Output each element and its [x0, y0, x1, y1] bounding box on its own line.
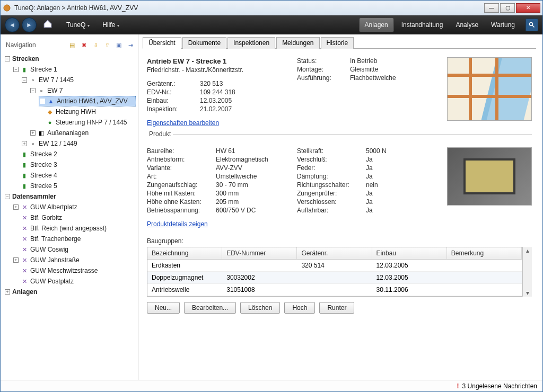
assemblies-table: Bezeichnung EDV-Nummer Gerätenr. Einbau … — [147, 247, 522, 297]
kv-row: Auffahrbar:Ja — [297, 207, 436, 214]
tab-uebersicht[interactable]: Übersicht — [143, 37, 181, 49]
search-button[interactable] — [526, 19, 538, 31]
kv-row: Gerätenr.:320 513 — [147, 80, 288, 87]
tab-meldungen[interactable]: Meldungen — [276, 37, 319, 49]
unread-messages[interactable]: 3 Ungelesene Nachrichten — [462, 382, 537, 390]
runter-button[interactable]: Runter — [319, 302, 354, 314]
app-icon — [3, 4, 11, 12]
tree-item[interactable]: ▮Strecke 2 — [5, 149, 136, 159]
tree-item[interactable]: ◆Heizung HWH — [5, 106, 136, 117]
kv-row: EDV-Nr.:109 244 318 — [147, 88, 288, 96]
kv-row: Richtungsschalter:nein — [297, 181, 436, 189]
tool-delete-icon[interactable]: ✖ — [80, 41, 88, 49]
tree-item[interactable]: ✕GUW Postplatz — [5, 276, 136, 287]
tree-item[interactable]: ▮Strecke 3 — [5, 159, 136, 170]
tree-item[interactable]: ▮Strecke 5 — [5, 181, 136, 191]
nav-analyse[interactable]: Analyse — [450, 18, 484, 32]
kv-row: Baureihe:HW 61 — [147, 147, 286, 155]
nav-anlagen[interactable]: Anlagen — [359, 17, 394, 32]
tab-dokumente[interactable]: Dokumente — [182, 37, 226, 49]
tree-item[interactable]: +▫EW 12 / 1449 — [5, 138, 136, 149]
menu-hilfe[interactable]: Hilfe▾ — [97, 19, 125, 31]
kv-row: Höhe ohne Kasten:205 mm — [147, 198, 286, 206]
home-button[interactable] — [43, 19, 55, 31]
col-einbau[interactable]: Einbau — [372, 247, 447, 259]
product-details-link[interactable]: Produktdetails zeigen — [147, 220, 208, 228]
svg-line-2 — [532, 25, 535, 28]
tree-item-selected[interactable]: ▲Antrieb HW61, AVV_ZVV — [39, 96, 136, 106]
neu-button[interactable]: Neu... — [147, 302, 180, 314]
nav-instandhaltung[interactable]: Instandhaltung — [396, 18, 449, 32]
page-subtitle: Friedrichstr. - Maxstr./Könneritzstr. — [147, 66, 288, 74]
kv-row: Antriebsform:Elektromagnetisch — [147, 156, 286, 163]
kv-row: Betriebsspannung:600/750 V DC — [147, 207, 286, 214]
forward-button[interactable]: ► — [22, 17, 37, 32]
minimize-button[interactable]: — — [484, 3, 499, 13]
table-row[interactable]: Erdkasten320 51412.03.2005 — [147, 260, 522, 272]
nav-wartung[interactable]: Wartung — [486, 18, 520, 32]
alert-icon: ! — [457, 382, 459, 390]
page-title: Antrieb EW 7 - Strecke 1 — [147, 57, 288, 65]
table-row[interactable]: Antriebswelle3105100830.11.2006 — [147, 284, 522, 296]
tool-new-icon[interactable]: ▤ — [68, 41, 76, 49]
tab-inspektionen[interactable]: Inspektionen — [227, 37, 275, 49]
kv-row: Höhe mit Kasten:300 mm — [147, 190, 286, 197]
kv-row: Status:In Betrieb — [297, 57, 439, 65]
bearbeiten-button[interactable]: Bearbeiten... — [184, 302, 236, 314]
kv-row: Variante:AVV-ZVV — [147, 164, 286, 172]
tree-item[interactable]: ✕GUW Meschwitzstrasse — [5, 265, 136, 276]
tree-item[interactable]: −▮Strecke 1 — [5, 64, 136, 75]
map-image — [447, 57, 532, 121]
kv-row: Art:Umstellweiche — [147, 173, 286, 180]
tool-export-icon[interactable]: ⇥ — [126, 41, 135, 49]
tree-item[interactable]: +◧Außenanlagen — [5, 128, 136, 138]
tree-item[interactable]: −▫EW 7 / 1445 — [5, 75, 136, 85]
window-title: TuneQ: Anlagen > Antrieb HW61, AVV_ZVV — [14, 4, 484, 12]
main-panel: Übersicht Dokumente Inspektionen Meldung… — [138, 34, 542, 380]
menu-tuneq[interactable]: TuneQ▾ — [61, 19, 95, 31]
tree-group-datensammler[interactable]: −Datensammler — [5, 191, 136, 202]
product-photo — [447, 147, 532, 206]
loeschen-button[interactable]: Löschen — [240, 302, 280, 314]
tree-item[interactable]: +✕GUW Jahnstraße — [5, 255, 136, 265]
kv-row: Zungenprüfer:Ja — [297, 190, 436, 197]
nav-tree: −Strecken −▮Strecke 1 −▫EW 7 / 1445 −▫EW… — [5, 54, 136, 297]
chevron-down-icon: ▾ — [117, 23, 119, 28]
toolbar: ◄ ► TuneQ▾ Hilfe▾ Anlagen Instandhaltung… — [1, 15, 542, 34]
kv-row: Stellkraft:5000 N — [297, 147, 436, 155]
col-bezeichnung[interactable]: Bezeichnung — [147, 247, 222, 259]
tabs: Übersicht Dokumente Inspektionen Meldung… — [143, 37, 536, 49]
tree-item[interactable]: ✕GUW Coswig — [5, 244, 136, 255]
tree-item[interactable]: ✕Btf. Gorbitz — [5, 212, 136, 223]
kv-row: Inspektion:21.02.2007 — [147, 105, 288, 113]
kv-row: Zungenaufschlag:30 - 70 mm — [147, 181, 286, 189]
back-button[interactable]: ◄ — [5, 17, 20, 32]
tree-item[interactable]: ▮Strecke 4 — [5, 170, 136, 181]
maximize-button[interactable]: ▢ — [500, 3, 515, 13]
tree-item[interactable]: +✕GUW Albertplatz — [5, 202, 136, 212]
chevron-down-icon: ▾ — [87, 23, 90, 28]
tree-group-strecken[interactable]: −Strecken — [5, 54, 136, 64]
tool-down-icon[interactable]: ⇩ — [91, 41, 100, 49]
col-edv[interactable]: EDV-Nummer — [222, 247, 297, 259]
col-geraetenr[interactable]: Gerätenr. — [297, 247, 372, 259]
title-bar: TuneQ: Anlagen > Antrieb HW61, AVV_ZVV —… — [1, 1, 542, 15]
sidebar-title: Navigation — [6, 41, 65, 49]
table-row[interactable]: Doppelzugmagnet3003200212.03.2005 — [147, 272, 522, 284]
hoch-button[interactable]: Hoch — [284, 302, 315, 314]
svg-point-1 — [530, 23, 533, 26]
assemblies-label: Baugruppen: — [147, 237, 532, 245]
tree-item[interactable]: ●Steuerung HN-P 7 / 1445 — [5, 117, 136, 128]
kv-row: Feder:Ja — [297, 164, 436, 172]
tool-up-icon[interactable]: ⇧ — [103, 41, 111, 49]
tree-item[interactable]: −▫EW 7 — [5, 85, 136, 96]
tree-group-anlagen[interactable]: +Anlagen — [5, 287, 136, 297]
edit-properties-link[interactable]: Eigenschaften bearbeiten — [147, 119, 219, 127]
tab-historie[interactable]: Historie — [321, 37, 354, 49]
tree-item[interactable]: ✕Btf. Trachenberge — [5, 234, 136, 244]
table-scrollbar[interactable]: ▴▾ — [522, 247, 532, 297]
close-button[interactable]: ✕ — [516, 3, 540, 13]
col-bemerkung[interactable]: Bemerkung — [447, 247, 522, 259]
tree-item[interactable]: ✕Btf. Reich (wird angepasst) — [5, 223, 136, 234]
tool-copy-icon[interactable]: ▣ — [115, 41, 123, 49]
